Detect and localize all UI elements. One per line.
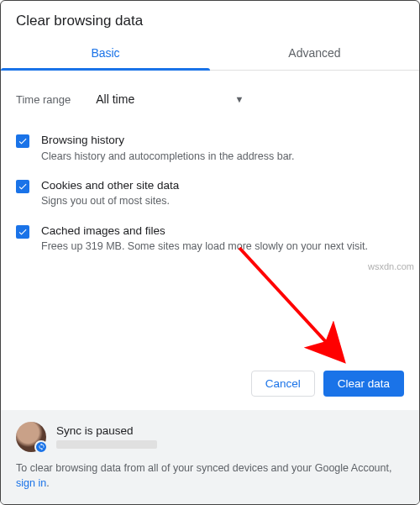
check-icon (18, 227, 28, 237)
tab-basic[interactable]: Basic (1, 38, 210, 70)
tab-advanced[interactable]: Advanced (210, 38, 419, 70)
option-title: Browsing history (41, 133, 295, 148)
checkbox-browsing-history[interactable] (16, 134, 29, 148)
sync-badge-icon (34, 440, 48, 454)
option-cookies: Cookies and other site data Signs you ou… (16, 178, 404, 208)
check-icon (18, 136, 28, 146)
sync-note: To clear browsing data from all of your … (16, 460, 404, 491)
sync-text: Sync is paused (56, 424, 157, 449)
sync-panel: Sync is paused To clear browsing data fr… (1, 410, 419, 504)
sync-email-redacted (56, 440, 157, 449)
tabs: Basic Advanced (1, 38, 419, 71)
sign-in-link[interactable]: sign in (16, 477, 46, 489)
options-list: Browsing history Clears history and auto… (16, 128, 404, 253)
dialog-title: Clear browsing data (1, 1, 419, 38)
option-title: Cached images and files (41, 224, 368, 239)
option-cache: Cached images and files Frees up 319 MB.… (16, 224, 404, 254)
option-text: Cookies and other site data Signs you ou… (41, 178, 179, 208)
time-range-value: All time (96, 92, 134, 106)
sync-note-period: . (46, 477, 49, 489)
check-icon (18, 181, 28, 192)
dialog-actions: Cancel Clear data (1, 357, 419, 410)
option-text: Cached images and files Frees up 319 MB.… (41, 224, 368, 254)
clear-browsing-data-dialog: Clear browsing data Basic Advanced Time … (0, 0, 420, 505)
chevron-down-icon: ▼ (234, 94, 244, 104)
time-range-select[interactable]: All time ▼ (86, 86, 254, 113)
sync-row: Sync is paused (16, 422, 404, 452)
option-browsing-history: Browsing history Clears history and auto… (16, 133, 404, 163)
avatar (16, 422, 46, 452)
watermark: wsxdn.com (368, 261, 414, 271)
option-desc: Frees up 319 MB. Some sites may load mor… (41, 239, 368, 253)
cancel-button[interactable]: Cancel (251, 371, 315, 397)
time-range-row: Time range All time ▼ (16, 82, 404, 128)
option-desc: Clears history and autocompletions in th… (41, 150, 295, 163)
option-title: Cookies and other site data (41, 178, 179, 193)
checkbox-cookies[interactable] (16, 180, 29, 193)
sync-note-text: To clear browsing data from all of your … (16, 462, 391, 474)
time-range-label: Time range (16, 93, 71, 106)
checkbox-cache[interactable] (16, 225, 29, 239)
clear-data-button[interactable]: Clear data (323, 371, 404, 397)
sync-status: Sync is paused (56, 424, 157, 437)
dialog-body: Time range All time ▼ Browsing history C… (1, 71, 419, 357)
option-text: Browsing history Clears history and auto… (41, 133, 295, 163)
option-desc: Signs you out of most sites. (41, 194, 179, 208)
